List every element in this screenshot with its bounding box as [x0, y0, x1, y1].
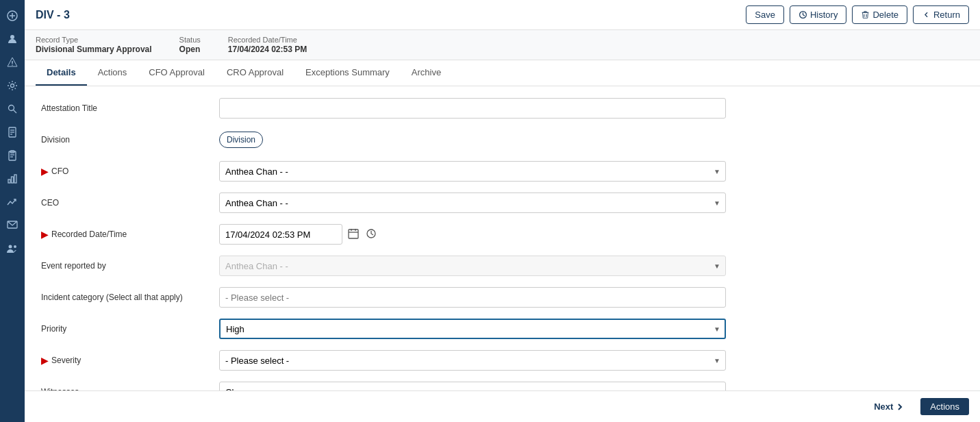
svg-point-7: [9, 106, 14, 111]
record-datetime: Recorded Date/Time 17/04/2024 02:53 PM: [228, 36, 307, 54]
sidebar-icon-chart[interactable]: [2, 169, 23, 189]
incident-category-control: [219, 287, 726, 308]
svg-point-21: [9, 245, 12, 249]
sidebar-icon-document[interactable]: [2, 122, 23, 142]
cfo-row: ▶ CFO Anthea Chan - - ▼: [41, 160, 964, 182]
topbar: DIV - 3 Save History Delete Return: [25, 0, 980, 30]
svg-point-5: [12, 64, 13, 66]
priority-row: Priority High Medium Low ▼: [41, 318, 964, 340]
sidebar-icon-person[interactable]: [2, 29, 23, 49]
incident-category-label: Incident category (Select all that apply…: [41, 293, 219, 302]
recorded-datetime-row: ▶ Recorded Date/Time: [41, 223, 964, 245]
svg-point-22: [14, 245, 16, 248]
topbar-actions: Save History Delete Return: [746, 5, 969, 24]
attestation-title-row: Attestation Title: [41, 97, 964, 119]
ceo-select[interactable]: Anthea Chan - -: [219, 193, 726, 213]
recorded-datetime-label: ▶ Recorded Date/Time: [41, 229, 219, 239]
witnesses-row: Witnesses Clear ▼: [41, 381, 964, 390]
event-reported-select[interactable]: Anthea Chan - -: [219, 256, 726, 276]
attestation-title-input[interactable]: [219, 98, 726, 119]
tab-cfo-approval[interactable]: CFO Approval: [138, 60, 216, 86]
division-label: Division: [41, 135, 219, 145]
svg-rect-26: [349, 229, 358, 238]
page-title: DIV - 3: [36, 9, 70, 21]
cfo-label: ▶ CFO: [41, 166, 219, 176]
history-button[interactable]: History: [790, 5, 846, 24]
ceo-label: CEO: [41, 198, 219, 208]
event-reported-row: Event reported by Anthea Chan - - ▼: [41, 255, 964, 277]
actions-button[interactable]: Actions: [920, 398, 969, 415]
attestation-title-label: Attestation Title: [41, 103, 219, 113]
save-button[interactable]: Save: [746, 5, 784, 24]
next-button[interactable]: Next: [866, 398, 912, 415]
tab-actions[interactable]: Actions: [87, 60, 138, 86]
sidebar-icon-message[interactable]: [2, 215, 23, 236]
svg-point-3: [10, 35, 14, 39]
sidebar-icon-alert[interactable]: [2, 52, 23, 73]
recorded-datetime-control: [219, 224, 726, 245]
form-area: Attestation Title Division Division ▶ CF…: [25, 86, 980, 390]
main-content: DIV - 3 Save History Delete Return Recor…: [25, 0, 980, 422]
division-row: Division Division: [41, 129, 964, 151]
division-control: Division: [219, 132, 726, 148]
severity-select[interactable]: - Please select -: [219, 350, 726, 371]
sidebar-icon-group[interactable]: [2, 238, 23, 259]
event-reported-label: Event reported by: [41, 261, 219, 271]
sidebar-icon-trending[interactable]: [2, 192, 23, 212]
tabs: Details Actions CFO Approval CRO Approva…: [25, 60, 980, 86]
svg-rect-17: [8, 179, 10, 183]
attestation-title-control: [219, 98, 726, 119]
witnesses-control: Clear ▼: [219, 382, 726, 390]
record-type: Record Type Divisional Summary Approval: [36, 36, 152, 54]
ceo-control: Anthea Chan - - ▼: [219, 193, 726, 213]
severity-control: - Please select - ▼: [219, 350, 726, 371]
record-bar: Record Type Divisional Summary Approval …: [25, 30, 980, 60]
clock-icon-button[interactable]: [364, 227, 378, 243]
sidebar: [0, 0, 25, 422]
tab-archive[interactable]: Archive: [401, 60, 452, 86]
event-reported-control: Anthea Chan - - ▼: [219, 256, 726, 276]
recorded-datetime-input[interactable]: [219, 224, 342, 245]
bottom-bar: Next Actions: [25, 390, 980, 422]
tab-details[interactable]: Details: [36, 60, 87, 86]
sidebar-icon-clipboard[interactable]: [2, 145, 23, 166]
return-button[interactable]: Return: [913, 5, 969, 24]
ceo-row: CEO Anthea Chan - - ▼: [41, 192, 964, 214]
cfo-select[interactable]: Anthea Chan - -: [219, 161, 726, 182]
sidebar-icon-settings[interactable]: [2, 75, 23, 96]
incident-category-row: Incident category (Select all that apply…: [41, 286, 964, 308]
priority-control: High Medium Low ▼: [219, 319, 726, 339]
priority-label: Priority: [41, 324, 219, 334]
incident-category-input[interactable]: [219, 287, 726, 308]
witnesses-select[interactable]: Clear: [219, 382, 726, 390]
delete-button[interactable]: Delete: [852, 5, 907, 24]
svg-rect-18: [12, 177, 14, 183]
cfo-control: Anthea Chan - - ▼: [219, 161, 726, 182]
svg-point-6: [11, 84, 14, 88]
svg-rect-19: [14, 175, 16, 183]
tab-exceptions-summary[interactable]: Exceptions Summary: [294, 60, 401, 86]
sidebar-icon-add[interactable]: [2, 5, 23, 26]
priority-select[interactable]: High Medium Low: [219, 319, 726, 339]
calendar-icon-button[interactable]: [347, 227, 360, 243]
svg-line-8: [14, 110, 17, 114]
severity-row: ▶ Severity - Please select - ▼: [41, 349, 964, 371]
sidebar-icon-search[interactable]: [2, 99, 23, 119]
severity-label: ▶ Severity: [41, 356, 219, 365]
division-tag[interactable]: Division: [219, 132, 263, 148]
record-status: Status Open: [179, 36, 201, 54]
tab-cro-approval[interactable]: CRO Approval: [216, 60, 294, 86]
